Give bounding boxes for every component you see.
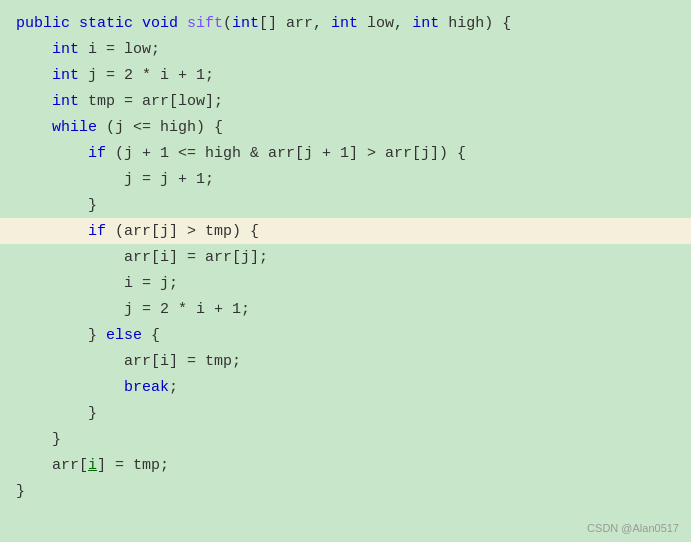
- function-name: sift: [187, 15, 223, 32]
- watermark: CSDN @Alan0517: [587, 522, 679, 534]
- code-line: }: [0, 192, 691, 218]
- code-line: public static void sift(int[] arr, int l…: [0, 10, 691, 36]
- code-line: }: [0, 400, 691, 426]
- keyword: public static void: [16, 15, 187, 32]
- code-line: arr[i] = tmp;: [0, 452, 691, 478]
- code-line: j = 2 * i + 1;: [0, 296, 691, 322]
- code-line: arr[i] = tmp;: [0, 348, 691, 374]
- code-line: }: [0, 478, 691, 504]
- code-line: int j = 2 * i + 1;: [0, 62, 691, 88]
- code-line: break;: [0, 374, 691, 400]
- code-line: if (arr[j] > tmp) {: [0, 218, 691, 244]
- code-line: int i = low;: [0, 36, 691, 62]
- code-line: } else {: [0, 322, 691, 348]
- code-line: }: [0, 426, 691, 452]
- code-line: arr[i] = arr[j];: [0, 244, 691, 270]
- code-container: public static void sift(int[] arr, int l…: [0, 0, 691, 542]
- code-line: i = j;: [0, 270, 691, 296]
- code-line: j = j + 1;: [0, 166, 691, 192]
- code-line: if (j + 1 <= high & arr[j + 1] > arr[j])…: [0, 140, 691, 166]
- code-line: int tmp = arr[low];: [0, 88, 691, 114]
- code-line: while (j <= high) {: [0, 114, 691, 140]
